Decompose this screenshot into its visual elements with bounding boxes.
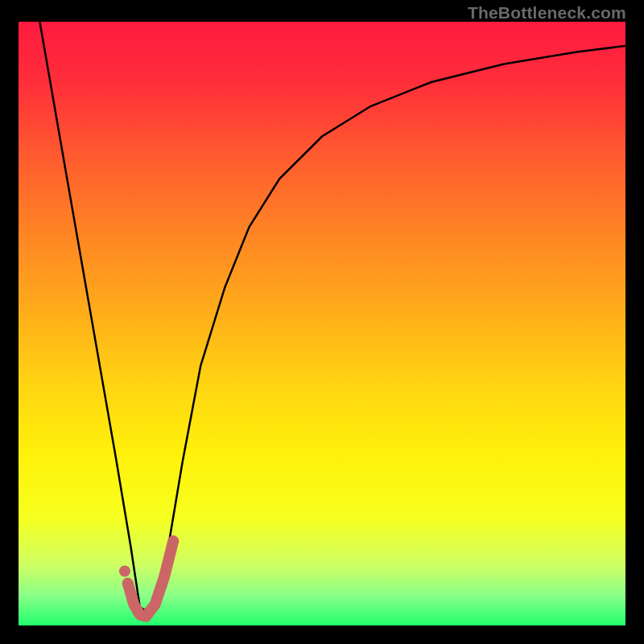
plot-background [19,22,625,625]
highlight-dot [119,566,130,577]
chart-plot [19,22,625,625]
chart-frame: TheBottleneck.com [0,0,644,644]
watermark-text: TheBottleneck.com [468,3,626,23]
